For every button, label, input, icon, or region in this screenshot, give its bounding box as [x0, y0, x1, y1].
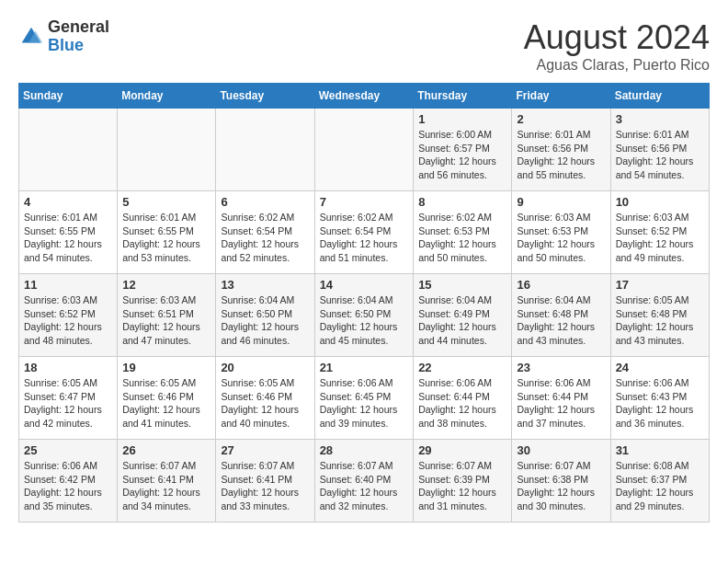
calendar-cell: 22Sunrise: 6:06 AM Sunset: 6:44 PM Dayli… — [414, 357, 512, 440]
column-header-wednesday: Wednesday — [314, 84, 414, 109]
calendar-cell: 30Sunrise: 6:07 AM Sunset: 6:38 PM Dayli… — [512, 440, 610, 523]
day-info: Sunrise: 6:06 AM Sunset: 6:45 PM Dayligh… — [320, 376, 409, 431]
day-number: 31 — [616, 443, 704, 457]
day-info: Sunrise: 6:04 AM Sunset: 6:48 PM Dayligh… — [517, 293, 605, 348]
logo-line2: Blue — [48, 37, 109, 55]
day-number: 3 — [616, 112, 704, 126]
day-number: 21 — [320, 361, 409, 374]
calendar-cell: 12Sunrise: 6:03 AM Sunset: 6:51 PM Dayli… — [118, 274, 216, 357]
calendar-table: SundayMondayTuesdayWednesdayThursdayFrid… — [18, 83, 710, 523]
calendar-cell — [19, 109, 118, 191]
day-info: Sunrise: 6:03 AM Sunset: 6:53 PM Dayligh… — [517, 211, 605, 265]
day-number: 6 — [221, 195, 309, 209]
calendar-cell: 23Sunrise: 6:06 AM Sunset: 6:44 PM Dayli… — [512, 357, 610, 440]
day-number: 26 — [122, 443, 210, 457]
calendar-cell: 21Sunrise: 6:06 AM Sunset: 6:45 PM Dayli… — [314, 357, 414, 440]
week-row-1: 1Sunrise: 6:00 AM Sunset: 6:57 PM Daylig… — [19, 109, 710, 191]
calendar-cell: 26Sunrise: 6:07 AM Sunset: 6:41 PM Dayli… — [118, 440, 216, 523]
day-number: 7 — [320, 195, 409, 209]
location: Aguas Claras, Puerto Rico — [524, 57, 710, 74]
column-header-friday: Friday — [512, 84, 610, 109]
day-number: 8 — [418, 195, 506, 209]
calendar-cell — [118, 109, 216, 191]
day-number: 16 — [517, 278, 605, 292]
calendar-cell: 17Sunrise: 6:05 AM Sunset: 6:48 PM Dayli… — [610, 274, 709, 357]
day-number: 28 — [320, 443, 409, 457]
title-block: August 2024 Aguas Claras, Puerto Rico — [524, 18, 710, 74]
day-number: 14 — [320, 278, 409, 292]
calendar-cell: 6Sunrise: 6:02 AM Sunset: 6:54 PM Daylig… — [216, 191, 314, 274]
calendar-cell: 14Sunrise: 6:04 AM Sunset: 6:50 PM Dayli… — [314, 274, 414, 357]
day-number: 25 — [24, 443, 112, 457]
day-info: Sunrise: 6:05 AM Sunset: 6:48 PM Dayligh… — [616, 293, 704, 348]
calendar-cell: 28Sunrise: 6:07 AM Sunset: 6:40 PM Dayli… — [314, 440, 414, 523]
calendar-cell: 31Sunrise: 6:08 AM Sunset: 6:37 PM Dayli… — [610, 440, 709, 523]
week-row-3: 11Sunrise: 6:03 AM Sunset: 6:52 PM Dayli… — [19, 274, 710, 357]
day-info: Sunrise: 6:05 AM Sunset: 6:46 PM Dayligh… — [221, 376, 309, 431]
day-info: Sunrise: 6:06 AM Sunset: 6:44 PM Dayligh… — [517, 376, 605, 431]
calendar-cell — [216, 109, 314, 191]
day-info: Sunrise: 6:07 AM Sunset: 6:41 PM Dayligh… — [122, 459, 210, 513]
day-info: Sunrise: 6:00 AM Sunset: 6:57 PM Dayligh… — [418, 128, 506, 182]
calendar-cell: 2Sunrise: 6:01 AM Sunset: 6:56 PM Daylig… — [512, 109, 610, 191]
day-info: Sunrise: 6:05 AM Sunset: 6:47 PM Dayligh… — [24, 376, 112, 431]
day-number: 15 — [418, 278, 506, 292]
day-info: Sunrise: 6:01 AM Sunset: 6:56 PM Dayligh… — [616, 128, 704, 182]
day-info: Sunrise: 6:06 AM Sunset: 6:44 PM Dayligh… — [418, 376, 506, 431]
day-number: 1 — [418, 112, 506, 126]
day-info: Sunrise: 6:07 AM Sunset: 6:39 PM Dayligh… — [418, 459, 506, 513]
calendar-cell: 5Sunrise: 6:01 AM Sunset: 6:55 PM Daylig… — [118, 191, 216, 274]
day-info: Sunrise: 6:08 AM Sunset: 6:37 PM Dayligh… — [616, 459, 704, 513]
day-info: Sunrise: 6:04 AM Sunset: 6:49 PM Dayligh… — [418, 293, 506, 348]
day-info: Sunrise: 6:04 AM Sunset: 6:50 PM Dayligh… — [320, 293, 409, 348]
day-info: Sunrise: 6:03 AM Sunset: 6:51 PM Dayligh… — [122, 293, 210, 348]
column-header-sunday: Sunday — [19, 84, 118, 109]
calendar-cell: 1Sunrise: 6:00 AM Sunset: 6:57 PM Daylig… — [414, 109, 512, 191]
day-number: 5 — [122, 195, 210, 209]
calendar-cell: 8Sunrise: 6:02 AM Sunset: 6:53 PM Daylig… — [414, 191, 512, 274]
day-number: 18 — [24, 361, 112, 374]
column-header-thursday: Thursday — [414, 84, 512, 109]
day-number: 19 — [122, 361, 210, 374]
page-header: General Blue August 2024 Aguas Claras, P… — [18, 18, 710, 74]
day-number: 30 — [517, 443, 605, 457]
calendar-cell: 27Sunrise: 6:07 AM Sunset: 6:41 PM Dayli… — [216, 440, 314, 523]
month-title: August 2024 — [524, 18, 710, 57]
day-number: 13 — [221, 278, 309, 292]
day-info: Sunrise: 6:06 AM Sunset: 6:43 PM Dayligh… — [616, 376, 704, 431]
calendar-cell: 7Sunrise: 6:02 AM Sunset: 6:54 PM Daylig… — [314, 191, 414, 274]
day-number: 4 — [24, 195, 112, 209]
column-header-saturday: Saturday — [610, 84, 709, 109]
day-info: Sunrise: 6:07 AM Sunset: 6:40 PM Dayligh… — [320, 459, 409, 513]
day-info: Sunrise: 6:01 AM Sunset: 6:55 PM Dayligh… — [122, 211, 210, 265]
day-number: 29 — [418, 443, 506, 457]
calendar-cell: 11Sunrise: 6:03 AM Sunset: 6:52 PM Dayli… — [19, 274, 118, 357]
day-number: 9 — [517, 195, 605, 209]
calendar-cell: 15Sunrise: 6:04 AM Sunset: 6:49 PM Dayli… — [414, 274, 512, 357]
calendar-cell: 18Sunrise: 6:05 AM Sunset: 6:47 PM Dayli… — [19, 357, 118, 440]
day-number: 24 — [616, 361, 704, 374]
calendar-header-row: SundayMondayTuesdayWednesdayThursdayFrid… — [19, 84, 710, 109]
day-info: Sunrise: 6:02 AM Sunset: 6:54 PM Dayligh… — [320, 211, 409, 265]
calendar-cell: 4Sunrise: 6:01 AM Sunset: 6:55 PM Daylig… — [19, 191, 118, 274]
day-number: 22 — [418, 361, 506, 374]
day-info: Sunrise: 6:03 AM Sunset: 6:52 PM Dayligh… — [24, 293, 112, 348]
day-info: Sunrise: 6:04 AM Sunset: 6:50 PM Dayligh… — [221, 293, 309, 348]
calendar-cell: 24Sunrise: 6:06 AM Sunset: 6:43 PM Dayli… — [610, 357, 709, 440]
day-number: 27 — [221, 443, 309, 457]
calendar-cell: 16Sunrise: 6:04 AM Sunset: 6:48 PM Dayli… — [512, 274, 610, 357]
day-info: Sunrise: 6:01 AM Sunset: 6:55 PM Dayligh… — [24, 211, 112, 265]
calendar-cell: 20Sunrise: 6:05 AM Sunset: 6:46 PM Dayli… — [216, 357, 314, 440]
calendar-cell — [314, 109, 414, 191]
calendar-cell: 19Sunrise: 6:05 AM Sunset: 6:46 PM Dayli… — [118, 357, 216, 440]
week-row-4: 18Sunrise: 6:05 AM Sunset: 6:47 PM Dayli… — [19, 357, 710, 440]
day-info: Sunrise: 6:02 AM Sunset: 6:54 PM Dayligh… — [221, 211, 309, 265]
day-info: Sunrise: 6:03 AM Sunset: 6:52 PM Dayligh… — [616, 211, 704, 265]
week-row-2: 4Sunrise: 6:01 AM Sunset: 6:55 PM Daylig… — [19, 191, 710, 274]
day-number: 17 — [616, 278, 704, 292]
week-row-5: 25Sunrise: 6:06 AM Sunset: 6:42 PM Dayli… — [19, 440, 710, 523]
day-info: Sunrise: 6:07 AM Sunset: 6:41 PM Dayligh… — [221, 459, 309, 513]
logo: General Blue — [18, 18, 109, 55]
calendar-cell: 10Sunrise: 6:03 AM Sunset: 6:52 PM Dayli… — [610, 191, 709, 274]
calendar-cell: 13Sunrise: 6:04 AM Sunset: 6:50 PM Dayli… — [216, 274, 314, 357]
